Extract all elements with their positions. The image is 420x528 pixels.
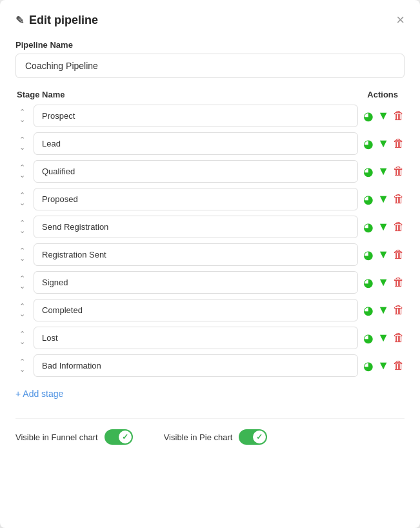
pie-chart-icon-1[interactable]: ◕	[363, 137, 374, 151]
pie-chart-toggle[interactable]	[239, 429, 267, 445]
delete-icon-1[interactable]: 🗑	[393, 137, 405, 150]
action-icons-8: ◕ ▼ 🗑	[363, 331, 405, 345]
stage-name-input-9[interactable]	[34, 354, 358, 377]
filter-icon-7[interactable]: ▼	[377, 303, 389, 317]
table-row: ⌃ ⌄ ◕ ▼ 🗑	[15, 299, 405, 321]
pie-chart-icon-6[interactable]: ◕	[363, 276, 374, 290]
edit-icon: ✎	[15, 14, 24, 26]
stage-name-input-3[interactable]	[34, 188, 358, 210]
modal-title: ✎ Edit pipeline	[15, 14, 98, 27]
funnel-chart-toggle-thumb	[119, 431, 132, 443]
pie-chart-toggle-thumb	[253, 431, 266, 443]
filter-icon-0[interactable]: ▼	[377, 109, 389, 123]
delete-icon-2[interactable]: 🗑	[393, 165, 405, 178]
pipeline-name-input[interactable]	[15, 54, 405, 78]
action-icons-7: ◕ ▼ 🗑	[363, 303, 405, 318]
stage-name-input-0[interactable]	[34, 105, 358, 127]
stage-name-column-header: Stage Name	[17, 90, 65, 99]
delete-icon-9[interactable]: 🗑	[393, 359, 405, 372]
chevron-up-icon: ⌃	[19, 192, 25, 199]
stage-name-input-7[interactable]	[34, 299, 358, 321]
stage-name-input-6[interactable]	[34, 271, 358, 294]
stage-name-input-1[interactable]	[34, 132, 358, 155]
chevron-down-icon: ⌄	[19, 255, 25, 262]
action-icons-1: ◕ ▼ 🗑	[363, 137, 405, 151]
reorder-handle-8[interactable]: ⌃ ⌄	[15, 330, 28, 345]
reorder-handle-9[interactable]: ⌃ ⌄	[15, 358, 28, 373]
funnel-chart-toggle-group: Visible in Funnel chart	[15, 429, 133, 445]
filter-icon-2[interactable]: ▼	[377, 165, 389, 178]
close-button[interactable]: ×	[396, 13, 405, 27]
delete-icon-0[interactable]: 🗑	[393, 109, 405, 123]
delete-icon-4[interactable]: 🗑	[393, 220, 405, 234]
action-icons-4: ◕ ▼ 🗑	[363, 220, 405, 234]
table-row: ⌃ ⌄ ◕ ▼ 🗑	[15, 271, 405, 294]
pie-chart-toggle-group: Visible in Pie chart	[164, 429, 268, 445]
pipeline-name-label: Pipeline Name	[15, 40, 405, 50]
action-icons-3: ◕ ▼ 🗑	[363, 192, 405, 207]
chevron-up-icon: ⌃	[19, 108, 25, 116]
pie-chart-icon-3[interactable]: ◕	[363, 192, 374, 207]
chevron-down-icon: ⌄	[19, 283, 25, 290]
chevron-down-icon: ⌄	[19, 338, 25, 345]
filter-icon-6[interactable]: ▼	[377, 276, 389, 289]
stage-name-input-5[interactable]	[34, 243, 358, 266]
filter-icon-8[interactable]: ▼	[377, 331, 389, 345]
pie-chart-icon-9[interactable]: ◕	[363, 359, 374, 373]
chevron-down-icon: ⌄	[19, 199, 25, 207]
chevron-down-icon: ⌄	[19, 227, 25, 234]
stage-name-input-4[interactable]	[34, 216, 358, 238]
chevron-down-icon: ⌄	[19, 366, 25, 373]
footer-row: Visible in Funnel chart Visible in Pie c…	[15, 418, 405, 445]
modal-header: ✎ Edit pipeline ×	[15, 13, 405, 27]
pie-chart-icon-8[interactable]: ◕	[363, 331, 374, 345]
table-row: ⌃ ⌄ ◕ ▼ 🗑	[15, 132, 405, 155]
action-icons-2: ◕ ▼ 🗑	[363, 165, 405, 179]
pie-chart-icon-4[interactable]: ◕	[363, 220, 374, 234]
table-header: Stage Name Actions	[15, 90, 405, 99]
table-row: ⌃ ⌄ ◕ ▼ 🗑	[15, 160, 405, 183]
reorder-handle-0[interactable]: ⌃ ⌄	[15, 108, 28, 123]
delete-icon-7[interactable]: 🗑	[393, 303, 405, 317]
chevron-up-icon: ⌃	[19, 136, 25, 143]
add-stage-button[interactable]: + Add stage	[15, 385, 63, 403]
table-row: ⌃ ⌄ ◕ ▼ 🗑	[15, 188, 405, 210]
chevron-up-icon: ⌃	[19, 275, 25, 282]
stages-list: ⌃ ⌄ ◕ ▼ 🗑 ⌃ ⌄ ◕ ▼ 🗑 ⌃ ⌄	[15, 105, 405, 377]
delete-icon-5[interactable]: 🗑	[393, 248, 405, 261]
pie-chart-label: Visible in Pie chart	[164, 432, 233, 442]
pie-chart-icon-7[interactable]: ◕	[363, 303, 374, 318]
pie-chart-icon-5[interactable]: ◕	[363, 248, 374, 262]
pie-chart-icon-2[interactable]: ◕	[363, 165, 374, 179]
reorder-handle-2[interactable]: ⌃ ⌄	[15, 164, 28, 179]
pie-chart-icon-0[interactable]: ◕	[363, 109, 374, 123]
stage-name-input-8[interactable]	[34, 327, 358, 349]
stage-name-input-2[interactable]	[34, 160, 358, 183]
filter-icon-3[interactable]: ▼	[377, 192, 389, 206]
filter-icon-1[interactable]: ▼	[377, 137, 389, 150]
reorder-handle-3[interactable]: ⌃ ⌄	[15, 192, 28, 207]
reorder-handle-4[interactable]: ⌃ ⌄	[15, 219, 28, 234]
action-icons-9: ◕ ▼ 🗑	[363, 359, 405, 373]
action-icons-5: ◕ ▼ 🗑	[363, 248, 405, 262]
actions-column-header: Actions	[367, 90, 398, 99]
filter-icon-4[interactable]: ▼	[377, 220, 389, 234]
reorder-handle-1[interactable]: ⌃ ⌄	[15, 136, 28, 151]
delete-icon-6[interactable]: 🗑	[393, 276, 405, 289]
chevron-down-icon: ⌄	[19, 310, 25, 318]
delete-icon-8[interactable]: 🗑	[393, 331, 405, 345]
delete-icon-3[interactable]: 🗑	[393, 192, 405, 206]
modal-title-text: Edit pipeline	[29, 14, 98, 27]
reorder-handle-7[interactable]: ⌃ ⌄	[15, 303, 28, 318]
funnel-chart-toggle[interactable]	[105, 429, 133, 445]
chevron-up-icon: ⌃	[19, 219, 25, 227]
funnel-chart-label: Visible in Funnel chart	[15, 432, 98, 442]
chevron-up-icon: ⌃	[19, 164, 25, 171]
reorder-handle-6[interactable]: ⌃ ⌄	[15, 275, 28, 290]
table-row: ⌃ ⌄ ◕ ▼ 🗑	[15, 105, 405, 127]
reorder-handle-5[interactable]: ⌃ ⌄	[15, 247, 28, 262]
filter-icon-9[interactable]: ▼	[377, 359, 389, 372]
filter-icon-5[interactable]: ▼	[377, 248, 389, 261]
chevron-down-icon: ⌄	[19, 172, 25, 179]
chevron-up-icon: ⌃	[19, 247, 25, 254]
